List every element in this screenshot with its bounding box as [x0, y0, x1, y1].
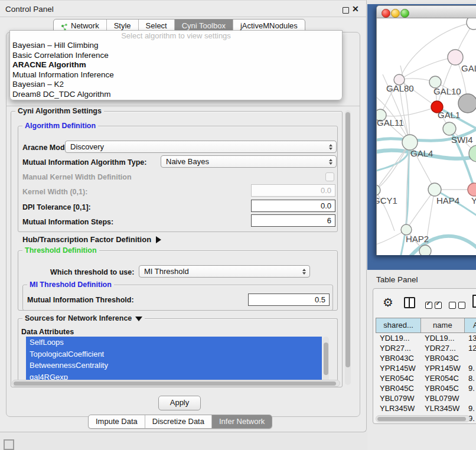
table-row[interactable]: YDL19...YDL19...13 [376, 333, 476, 343]
tab-infer-network[interactable]: Infer Network [211, 415, 272, 428]
algorithm-dropdown-placeholder: Select algorithm to view settings [10, 31, 342, 41]
aracne-mode-label: Aracne Mode: [22, 144, 71, 152]
zoom-traffic-light-icon[interactable] [400, 9, 409, 18]
network-node-label: GAL [461, 63, 476, 73]
settings-horizontal-scrollbar[interactable] [12, 380, 340, 387]
table-row[interactable]: YBL079WYBL079W [376, 393, 476, 403]
table-cell: YER054C [420, 373, 464, 383]
network-node-y[interactable] [468, 183, 476, 196]
table-row[interactable]: YBR043CYBR043C [376, 353, 476, 363]
mutual-information-threshold-label: Mutual Information Threshold: [27, 296, 134, 304]
tab-discretize-data[interactable]: Discretize Data [145, 415, 211, 428]
hub-definition-toggle[interactable]: Hub/Transcription Factor Definition [22, 235, 161, 244]
sources-toggle[interactable]: Sources for Network Inference [22, 314, 145, 322]
attribute-item-betweennesscentrality[interactable]: BetweennessCentrality [26, 360, 322, 371]
network-icon [61, 22, 69, 30]
network-node-label: HAP4 [436, 195, 459, 206]
table-cell: 9. [464, 363, 476, 373]
network-edges-teal [377, 107, 476, 255]
mi-steps-field[interactable]: 6 [251, 214, 335, 227]
network-node-label: GAL80 [386, 83, 414, 93]
settings-vertical-scrollbar[interactable] [345, 110, 351, 385]
network-node-label: GAL11 [377, 118, 404, 128]
algorithm-option-dream8-dc-tdc-algorithm[interactable]: Dream8 DC_TDC Algorithm [10, 90, 342, 100]
table-cell: YER054C [376, 373, 420, 383]
algorithm-option-bayesian-k2[interactable]: Bayesian – K2 [10, 80, 342, 90]
table-row[interactable]: YLR345WYLR345W9. [376, 403, 476, 413]
mi-steps-label: Mutual Information Steps: [22, 218, 113, 226]
select-all-checkboxes-icon[interactable] [425, 299, 444, 310]
algorithm-option-bayesian-hill-climbing[interactable]: Bayesian – Hill Climbing [10, 41, 342, 51]
float-panel-icon[interactable] [343, 7, 349, 14]
table-cell: 9. [464, 383, 476, 393]
cyni-bottom-tab-bar: Impute DataDiscretize DataInfer Network [88, 415, 272, 429]
algorithm-option-basic-correlation-inference[interactable]: Basic Correlation Inference [10, 51, 342, 61]
table-cell: YDR27... [420, 343, 464, 353]
attribute-item-topologicalcoefficient[interactable]: TopologicalCoefficient [26, 348, 322, 360]
table-horizontal-scrollbar[interactable] [376, 415, 470, 422]
attribute-list-scrollbar[interactable] [323, 337, 329, 383]
table-rows: YDL19...YDL19...13YDR27...YDR27...12YBR0… [376, 333, 476, 423]
table-row[interactable]: YER054CYER054C8. [376, 373, 476, 383]
stepper-arrows-icon [302, 269, 306, 275]
network-node-14[interactable] [419, 245, 431, 255]
new-table-icon[interactable] [472, 295, 476, 308]
kernel-width-field[interactable]: 0.0 [251, 184, 335, 197]
kernel-width-label: Kernel Width (0,1): [22, 188, 87, 196]
mi-algorithm-type-select[interactable]: Naive Bayes [161, 155, 337, 168]
tab-label: Impute Data [96, 415, 138, 428]
table-row[interactable]: YPR145WYPR145W9. [376, 363, 476, 373]
mutual-information-threshold-field[interactable]: 0.5 [248, 294, 330, 306]
control-panel-window: Control Panel ✕ NetworkStyleSelectCyni T… [0, 0, 367, 432]
table-panel-box: ⚙ shared...nameA... YDL19...YDL19...13YD… [373, 288, 476, 424]
column-header-name[interactable]: name [420, 318, 464, 332]
network-node-hap4[interactable] [428, 183, 441, 196]
network-node-swi4[interactable] [443, 122, 456, 135]
table-cell: YLR345W [376, 403, 420, 413]
aracne-mode-select[interactable]: Discovery [65, 141, 337, 153]
close-icon[interactable]: ✕ [352, 4, 359, 14]
network-node-0[interactable] [467, 18, 476, 30]
algorithm-option-aracne-algorithm[interactable]: ARACNE Algorithm [10, 60, 342, 70]
network-canvas-svg: GALGAL80GAL10GAL1GAL11SWI4GAL4GCY1HAP4YH… [377, 18, 476, 255]
algorithm-dropdown-items: Bayesian – Hill ClimbingBasic Correlatio… [10, 41, 342, 99]
table-cell: YLR345W [420, 403, 464, 413]
network-canvas[interactable]: GALGAL80GAL10GAL1GAL11SWI4GAL4GCY1HAP4YH… [376, 18, 476, 255]
settings-gear-icon[interactable]: ⚙ [383, 295, 393, 309]
expand-arrow-icon [156, 236, 161, 243]
network-window-titlebar[interactable] [376, 5, 476, 18]
minimized-panel-icon[interactable] [4, 439, 14, 450]
algorithm-option-mutual-information-inference[interactable]: Mutual Information Inference [10, 70, 342, 80]
table-cell: YPR145W [376, 363, 420, 373]
manual-kernel-width-checkbox[interactable] [325, 172, 334, 181]
network-node-label: HAP2 [406, 234, 429, 244]
minimize-traffic-light-icon[interactable] [391, 9, 400, 18]
close-traffic-light-icon[interactable] [382, 9, 390, 18]
content-divider [6, 106, 360, 106]
dpi-tolerance-field[interactable]: 0.0 [251, 200, 335, 212]
network-node-label: GAL1 [438, 110, 460, 120]
table-cell: YBL079W [420, 393, 464, 403]
column-header-A...[interactable]: A... [464, 318, 476, 332]
table-cell: YBR043C [376, 353, 420, 363]
table-panel: Table Panel ⚙ shared...nameA... YDL19...… [367, 270, 476, 450]
table-row[interactable]: YBR045CYBR045C9. [376, 383, 476, 393]
column-header-shared...[interactable]: shared... [376, 318, 420, 332]
attribute-item-selfloops[interactable]: SelfLoops [26, 337, 322, 348]
apply-button[interactable]: Apply [158, 396, 201, 410]
algorithm-definition-title: Algorithm Definition [22, 122, 98, 130]
network-view-window: GALGAL80GAL10GAL1GAL11SWI4GAL4GCY1HAP4YH… [376, 5, 476, 255]
data-attributes-label: Data Attributes [21, 328, 74, 336]
network-node-4[interactable] [458, 94, 476, 113]
settings-group-title: Cyni Algorithm Settings [15, 107, 104, 115]
columns-icon[interactable] [404, 297, 415, 311]
table-cell [464, 393, 476, 403]
deselect-checkboxes-icon[interactable] [449, 299, 468, 310]
control-panel-title: Control Panel [5, 5, 54, 14]
which-threshold-select[interactable]: MI Threshold [139, 265, 310, 278]
tab-impute-data[interactable]: Impute Data [89, 415, 145, 428]
table-row[interactable]: YDR27...YDR27...12 [376, 343, 476, 353]
titlebar-divider [0, 17, 366, 17]
network-node-label: Y [471, 195, 476, 206]
tab-label: Infer Network [219, 415, 265, 428]
